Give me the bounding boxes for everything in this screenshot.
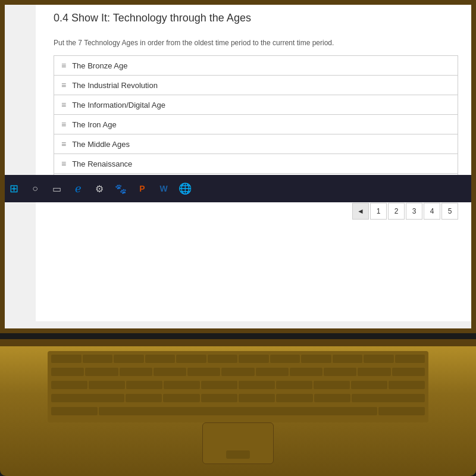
drag-item-label: The Industrial Revolution	[72, 81, 158, 90]
page-title: 0.4 Show It: Technology through the Ages	[54, 12, 458, 27]
key	[239, 355, 269, 363]
pagination-page-4-button[interactable]: 4	[424, 203, 440, 220]
key	[187, 368, 220, 376]
key	[176, 355, 206, 363]
key	[351, 381, 387, 389]
key	[154, 368, 186, 376]
instructions: Put the 7 Technology Ages in order from …	[54, 39, 458, 47]
key	[364, 355, 394, 363]
drag-handle-icon: ≡	[61, 61, 66, 70]
keyboard-row-2	[51, 368, 425, 380]
key	[145, 355, 176, 363]
key	[239, 381, 275, 389]
drag-handle-icon: ≡	[61, 100, 66, 109]
key	[395, 355, 425, 363]
edge-icon[interactable]: ℯ	[69, 180, 87, 198]
drag-item-label: The Iron Age	[72, 120, 116, 129]
key	[201, 381, 237, 389]
key	[314, 381, 350, 389]
key	[120, 368, 152, 376]
key	[51, 381, 87, 389]
key	[51, 394, 124, 402]
key	[270, 355, 300, 363]
key	[126, 394, 162, 402]
trackpad[interactable]	[202, 422, 274, 464]
drag-list: ≡The Bronze Age≡The Industrial Revolutio…	[54, 55, 458, 193]
pagination-page-3-button[interactable]: 3	[406, 203, 422, 220]
pagination-page-2-button[interactable]: 2	[388, 203, 405, 220]
key	[256, 368, 289, 376]
key	[358, 368, 390, 376]
drag-item[interactable]: ≡The Bronze Age	[54, 56, 458, 76]
key	[301, 355, 331, 363]
browser-content: 0.4 Show It: Technology through the Ages…	[36, 0, 476, 321]
spacebar-key	[99, 407, 377, 415]
pagination-page-1-button[interactable]: 1	[370, 203, 387, 220]
key	[221, 368, 254, 376]
powerpoint-icon[interactable]: P	[133, 180, 151, 198]
key	[389, 381, 425, 389]
keyboard-row-4	[51, 394, 425, 406]
drag-item[interactable]: ≡The Iron Age	[54, 115, 458, 134]
drag-item-label: The Bronze Age	[72, 61, 127, 70]
key	[83, 355, 113, 363]
key	[276, 394, 312, 402]
key	[51, 407, 98, 415]
key	[239, 394, 275, 402]
key	[392, 368, 425, 376]
settings-icon[interactable]: ⚙	[90, 180, 108, 198]
key	[276, 381, 312, 389]
drag-handle-icon: ≡	[61, 120, 66, 129]
drag-item[interactable]: ≡The Renaissance	[54, 154, 458, 174]
laptop-screen: 0.4 Show It: Technology through the Ages…	[0, 0, 476, 333]
drag-handle-icon: ≡	[61, 159, 66, 168]
key	[324, 368, 356, 376]
keyboard-row-1	[51, 355, 425, 367]
chrome-icon[interactable]: 🌐	[176, 180, 194, 198]
search-button[interactable]: ○	[26, 180, 44, 198]
pagination-page-5-button[interactable]: 5	[441, 203, 458, 220]
key	[314, 394, 350, 402]
key	[163, 394, 199, 402]
drag-item[interactable]: ≡The Middle Ages	[54, 134, 458, 154]
key	[352, 394, 425, 402]
drag-handle-icon: ≡	[61, 80, 66, 90]
drag-item-label: The Renaissance	[72, 159, 132, 168]
key	[378, 407, 425, 415]
key	[51, 368, 84, 376]
windows-start-button[interactable]: ⊞	[5, 180, 23, 198]
key	[201, 394, 237, 402]
task-view-button[interactable]: ▭	[48, 180, 65, 198]
key	[333, 355, 363, 363]
laptop-body	[0, 339, 476, 476]
drag-handle-icon: ≡	[61, 139, 66, 149]
taskbar: ⊞ ○ ▭ ℯ ⚙ 🐾 P W 🌐	[0, 175, 476, 202]
drag-item[interactable]: ≡The Information/Digital Age	[54, 95, 458, 115]
key	[114, 355, 144, 363]
files-icon[interactable]: 🐾	[112, 180, 130, 198]
key	[208, 355, 238, 363]
key	[164, 381, 200, 389]
key	[89, 381, 125, 389]
pagination-prev-button[interactable]: ◄	[352, 203, 369, 220]
key	[51, 355, 82, 363]
key	[290, 368, 322, 376]
word-icon[interactable]: W	[155, 180, 173, 198]
drag-item-label: The Middle Ages	[72, 140, 130, 149]
key	[85, 368, 118, 376]
drag-item[interactable]: ≡The Industrial Revolution	[54, 76, 458, 95]
drag-item-label: The Information/Digital Age	[72, 101, 165, 109]
key	[126, 381, 162, 389]
pagination-row: ◄12345	[54, 203, 458, 220]
keyboard-row-5	[51, 407, 425, 419]
laptop-hinge	[0, 339, 476, 346]
keyboard-area	[48, 351, 428, 422]
keyboard-row-3	[51, 381, 425, 393]
trackpad-button[interactable]	[226, 450, 250, 459]
